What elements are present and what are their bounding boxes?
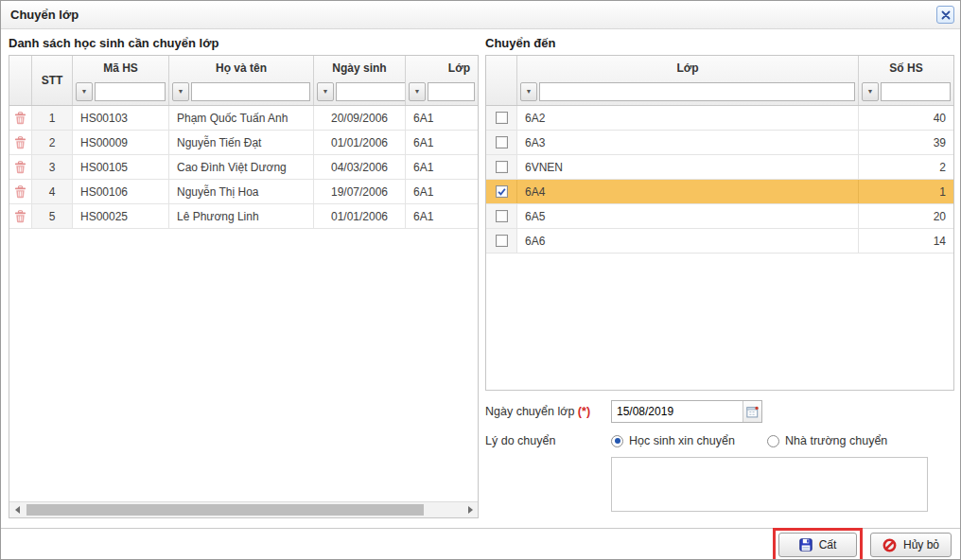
radio-selected-icon[interactable]	[611, 435, 623, 447]
table-row[interactable]: 6VNEN 2	[486, 155, 953, 180]
cell-lop: 6A3	[517, 131, 859, 154]
cell-ngay-sinh: 04/03/2006	[314, 155, 406, 179]
column-header-ma-hs[interactable]: Mã HS ▼	[73, 56, 169, 105]
filter-input-so-hs[interactable]	[881, 82, 951, 101]
scroll-left-icon[interactable]	[9, 502, 25, 517]
filter-dropdown-icon[interactable]: ▼	[409, 82, 426, 101]
scrollbar-thumb[interactable]	[26, 504, 424, 516]
close-button[interactable]	[936, 6, 954, 24]
grid-empty-area	[486, 254, 953, 390]
scroll-right-icon[interactable]	[463, 502, 478, 517]
transfer-reason-label: Lý do chuyển	[485, 434, 611, 447]
horizontal-scrollbar[interactable]	[9, 501, 478, 517]
right-panel-title: Chuyển đến	[485, 36, 555, 50]
cell-so-hs: 20	[859, 204, 953, 228]
cell-lop: 6A6	[517, 229, 859, 253]
cell-stt: 1	[32, 106, 73, 130]
cell-so-hs: 14	[859, 229, 953, 253]
column-header-stt[interactable]: STT	[32, 56, 73, 105]
delete-row-button[interactable]	[9, 204, 32, 228]
table-row[interactable]: 3 HS00105 Cao Đình Việt Dương 04/03/2006…	[9, 155, 478, 180]
delete-column-header	[9, 56, 32, 105]
cell-lop: 6A1	[406, 204, 478, 228]
save-icon	[799, 538, 812, 551]
cell-ngay-sinh: 01/01/2006	[314, 204, 406, 228]
transfer-date-input[interactable]	[612, 401, 743, 422]
table-row[interactable]: 6A3 39	[486, 131, 953, 155]
students-grid-header: STT Mã HS ▼ Họ và tên ▼ Ngày sinh ▼	[9, 56, 478, 106]
trash-icon	[14, 185, 26, 199]
row-checkbox[interactable]	[496, 210, 508, 222]
left-panel-title: Danh sách học sinh cần chuyển lớp	[9, 36, 218, 50]
table-row[interactable]: 6A2 40	[486, 106, 953, 131]
classes-grid-header: Lớp ▼ Số HS ▼	[486, 56, 953, 106]
delete-row-button[interactable]	[9, 155, 32, 179]
row-checkbox[interactable]	[496, 235, 508, 247]
cell-lop: 6A1	[406, 155, 478, 179]
delete-row-button[interactable]	[9, 131, 32, 154]
cell-ho-ten: Lê Phương Linh	[169, 204, 314, 228]
column-header-lop[interactable]: Lớp ▼	[406, 56, 478, 105]
table-row[interactable]: 6A6 14	[486, 229, 953, 254]
filter-dropdown-icon[interactable]: ▼	[172, 82, 189, 101]
transfer-class-dialog: Chuyển lớp Danh sách học sinh cần chuyển…	[0, 0, 961, 560]
reason-option-school[interactable]: Nhà trường chuyển	[767, 434, 887, 447]
filter-input-ngay-sinh[interactable]	[337, 83, 406, 100]
filter-input-lop[interactable]	[539, 82, 855, 101]
cell-ngay-sinh: 20/09/2006	[314, 106, 406, 130]
delete-row-button[interactable]	[9, 106, 32, 130]
cancel-icon	[882, 538, 897, 552]
column-header-ho-ten[interactable]: Họ và tên ▼	[169, 56, 314, 105]
table-row[interactable]: 1 HS00103 Phạm Quốc Tuấn Anh 20/09/2006 …	[9, 106, 478, 131]
required-mark: (*)	[578, 405, 590, 418]
reason-note-textarea[interactable]	[611, 457, 928, 512]
filter-dropdown-icon[interactable]: ▼	[76, 82, 93, 101]
cell-lop: 6VNEN	[517, 155, 859, 179]
cell-lop: 6A2	[517, 106, 859, 130]
cell-ma-hs: HS00106	[73, 180, 169, 203]
filter-input-ma-hs[interactable]	[95, 82, 166, 101]
cell-ma-hs: HS00103	[73, 106, 169, 130]
table-row[interactable]: 5 HS00025 Lê Phương Linh 01/01/2006 6A1	[9, 204, 478, 229]
radio-unselected-icon[interactable]	[767, 435, 779, 447]
calendar-icon[interactable]	[743, 401, 761, 422]
filter-input-lop[interactable]	[428, 82, 475, 101]
cell-stt: 5	[32, 204, 73, 228]
cell-ho-ten: Phạm Quốc Tuấn Anh	[169, 106, 314, 130]
students-grid: STT Mã HS ▼ Họ và tên ▼ Ngày sinh ▼	[9, 55, 479, 518]
save-button[interactable]: Cất	[778, 533, 857, 557]
cell-ma-hs: HS00009	[73, 131, 169, 154]
table-row[interactable]: 6A5 20	[486, 204, 953, 229]
filter-dropdown-icon[interactable]: ▼	[317, 82, 334, 101]
row-checkbox[interactable]	[496, 112, 508, 124]
cell-so-hs: 1	[859, 180, 953, 203]
cancel-button[interactable]: Hủy bỏ	[870, 533, 952, 557]
students-grid-body: 1 HS00103 Phạm Quốc Tuấn Anh 20/09/2006 …	[9, 106, 478, 501]
cell-so-hs: 40	[859, 106, 953, 130]
column-header-ngay-sinh[interactable]: Ngày sinh ▼	[314, 56, 406, 105]
column-header-so-hs[interactable]: Số HS ▼	[859, 56, 953, 105]
transfer-date-field	[611, 400, 762, 423]
filter-input-ho-ten[interactable]	[191, 82, 310, 101]
reason-option-student[interactable]: Học sinh xin chuyển	[611, 434, 767, 447]
trash-icon	[14, 112, 26, 125]
table-row[interactable]: 4 HS00106 Nguyễn Thị Hoa 19/07/2006 6A1	[9, 180, 478, 204]
delete-row-button[interactable]	[9, 180, 32, 203]
cell-ngay-sinh: 19/07/2006	[314, 180, 406, 203]
classes-grid-body: 6A2 40 6A3 39 6VNEN 2 6A4 1 6A5 20	[486, 106, 953, 390]
table-row[interactable]: 2 HS00009 Nguyễn Tiến Đạt 01/01/2006 6A1	[9, 131, 478, 155]
cell-ho-ten: Cao Đình Việt Dương	[169, 155, 314, 179]
transfer-reason-row: Lý do chuyển Học sinh xin chuyển Nhà trư…	[485, 429, 954, 453]
filter-dropdown-icon[interactable]: ▼	[520, 82, 537, 101]
save-annotation-box: Cất	[773, 528, 863, 560]
row-checkbox[interactable]	[496, 161, 508, 173]
cell-ma-hs: HS00105	[73, 155, 169, 179]
filter-dropdown-icon[interactable]: ▼	[862, 82, 879, 101]
column-header-lop[interactable]: Lớp ▼	[517, 56, 859, 105]
classes-grid: Lớp ▼ Số HS ▼ 6A2 40	[485, 55, 954, 391]
row-checkbox[interactable]	[496, 136, 508, 149]
checkbox-column-header	[486, 56, 517, 105]
table-row-selected[interactable]: 6A4 1	[486, 180, 953, 204]
row-checkbox-checked[interactable]	[496, 185, 508, 198]
trash-icon	[14, 136, 26, 149]
